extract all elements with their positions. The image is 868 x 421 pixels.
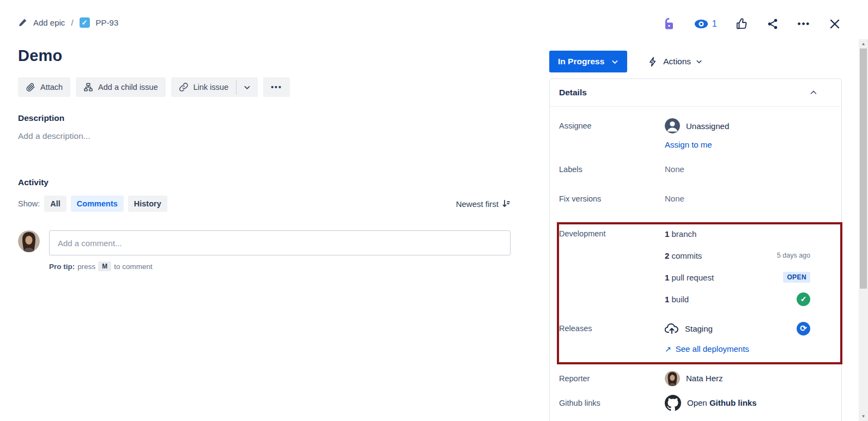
- deployment-status-icon: ⟳: [797, 322, 810, 335]
- scrollbar-up-arrow[interactable]: ▲: [859, 40, 868, 48]
- reporter-avatar: [665, 371, 680, 386]
- more-actions-button[interactable]: •••: [795, 16, 812, 32]
- like-button[interactable]: [733, 16, 750, 32]
- current-user-avatar[interactable]: [18, 230, 40, 252]
- share-button[interactable]: [764, 16, 781, 32]
- details-panel-header[interactable]: Details: [550, 79, 841, 107]
- activity-heading: Activity: [18, 178, 511, 187]
- scrollbar-thumb[interactable]: [860, 48, 867, 289]
- keyboard-shortcut-m: M: [98, 261, 111, 271]
- issue-toolbar: Attach Add a child issue Link issue: [18, 77, 511, 97]
- ellipsis-icon: •••: [797, 19, 810, 29]
- link-issue-button[interactable]: Link issue: [171, 77, 236, 97]
- dev-commits[interactable]: 2 commits 5 days ago: [665, 245, 810, 266]
- activity-filter-row: Show: All Comments History Newest first: [18, 196, 511, 212]
- see-all-deployments-label: See all deployments: [676, 344, 749, 353]
- chevron-up-icon: [810, 89, 817, 96]
- fix-versions-value[interactable]: None: [665, 193, 810, 204]
- filter-all[interactable]: All: [44, 196, 66, 212]
- share-icon: [767, 18, 779, 30]
- assignee-value[interactable]: Unassigned: [665, 115, 810, 136]
- field-reporter: Reporter Nata Herz: [550, 368, 841, 389]
- reporter-name: Nata Herz: [686, 374, 723, 383]
- branch-count: 1: [665, 229, 669, 239]
- chevron-down-icon: [244, 84, 251, 91]
- attach-label: Attach: [40, 83, 63, 91]
- releases-label: Releases: [559, 318, 665, 354]
- unlock-icon: [663, 17, 675, 30]
- sort-order-label: Newest first: [456, 199, 499, 209]
- github-links-label: Github links: [559, 393, 665, 413]
- actions-label: Actions: [663, 57, 691, 66]
- build-count: 1: [665, 295, 669, 304]
- dev-branches[interactable]: 1 branch: [665, 223, 810, 245]
- breadcrumb-issue-key[interactable]: PP-93: [96, 18, 119, 27]
- external-arrow-icon: ↗: [665, 345, 671, 353]
- field-releases: Releases Staging ⟳ ↗: [550, 318, 841, 354]
- show-label: Show:: [18, 199, 40, 208]
- vertical-scrollbar[interactable]: ▲ ▼: [859, 39, 868, 421]
- reporter-value[interactable]: Nata Herz: [665, 368, 810, 389]
- add-comment-row: [18, 230, 511, 255]
- github-links-value[interactable]: Open Github links: [665, 393, 810, 413]
- status-dropdown-button[interactable]: In Progress: [549, 51, 627, 72]
- subtasks-icon: [83, 82, 93, 92]
- see-all-deployments-link[interactable]: ↗ See all deployments: [665, 344, 749, 353]
- breadcrumb-add-epic[interactable]: Add epic: [33, 18, 65, 27]
- breadcrumb: Add epic / ✓ PP-93: [18, 17, 511, 28]
- release-environment-name: Staging: [685, 324, 713, 333]
- filter-comments[interactable]: Comments: [71, 196, 124, 212]
- toolbar-more-button[interactable]: •••: [263, 77, 290, 97]
- labels-value[interactable]: None: [665, 164, 810, 175]
- assign-to-me-link[interactable]: Assign to me: [665, 140, 810, 149]
- scrollbar-down-arrow[interactable]: ▼: [859, 412, 868, 420]
- add-child-issue-button[interactable]: Add a child issue: [76, 77, 166, 97]
- dev-pull-request[interactable]: 1 pull request OPEN: [665, 266, 810, 288]
- fix-versions-label: Fix versions: [559, 193, 665, 204]
- dev-build[interactable]: 1 build ✓: [665, 288, 810, 310]
- add-child-issue-label: Add a child issue: [98, 83, 158, 91]
- paperclip-icon: [26, 82, 35, 92]
- lightning-icon: [648, 56, 658, 68]
- link-issue-dropdown-button[interactable]: [236, 77, 258, 97]
- actions-dropdown-button[interactable]: Actions: [648, 56, 702, 68]
- branch-text: branch: [672, 229, 697, 239]
- ellipsis-icon: •••: [271, 83, 282, 91]
- jira-issue-view: Add epic / ✓ PP-93 Demo Attach Add a chi…: [0, 0, 868, 421]
- breadcrumb-separator: /: [71, 18, 73, 27]
- thumbs-up-icon: [736, 18, 748, 30]
- close-button[interactable]: [827, 16, 842, 32]
- cloud-upload-icon: [665, 322, 679, 334]
- field-github-links: Github links Open Github links: [550, 393, 841, 413]
- details-heading: Details: [559, 88, 587, 97]
- issue-sidebar: In Progress Actions Details: [549, 51, 842, 421]
- watch-button[interactable]: 1: [692, 17, 719, 31]
- development-label: Development: [559, 223, 665, 310]
- link-issue-label: Link issue: [193, 83, 228, 91]
- build-text: build: [672, 295, 689, 304]
- close-icon: [829, 19, 840, 29]
- filter-history[interactable]: History: [128, 196, 167, 212]
- status-label: In Progress: [558, 57, 604, 66]
- unassigned-avatar-icon: [665, 118, 680, 133]
- pro-tip-mid: press: [77, 263, 95, 271]
- pro-tip-prefix: Pro tip:: [49, 263, 75, 271]
- attach-button[interactable]: Attach: [18, 77, 70, 97]
- pencil-icon[interactable]: [18, 18, 27, 27]
- build-success-icon: ✓: [797, 292, 810, 306]
- unlock-button[interactable]: [661, 15, 677, 33]
- commits-timestamp: 5 days ago: [777, 252, 810, 259]
- commits-text: commits: [672, 251, 702, 260]
- eye-icon: [694, 19, 708, 29]
- sort-descending-icon: [502, 199, 511, 208]
- watch-count: 1: [712, 19, 717, 29]
- description-heading: Description: [18, 113, 511, 123]
- pr-status-badge: OPEN: [783, 272, 810, 283]
- description-placeholder[interactable]: Add a description...: [18, 131, 511, 141]
- sort-order-button[interactable]: Newest first: [456, 199, 511, 209]
- task-type-icon[interactable]: ✓: [80, 17, 90, 28]
- comment-input[interactable]: [49, 230, 511, 255]
- page-title[interactable]: Demo: [18, 47, 511, 65]
- github-icon: [665, 395, 681, 411]
- release-environment[interactable]: Staging ⟳: [665, 318, 810, 339]
